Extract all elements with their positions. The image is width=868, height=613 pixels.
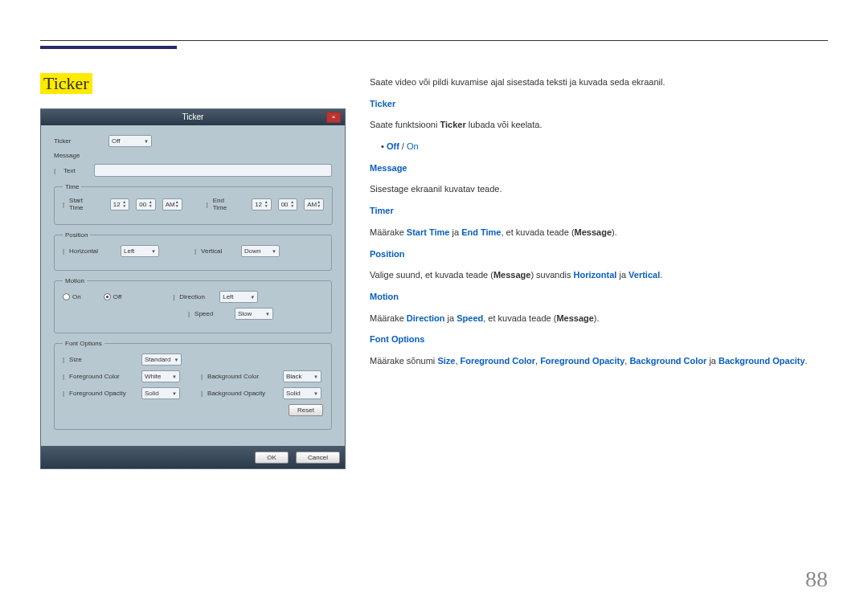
bg-color-label: Background Color (207, 373, 259, 380)
size-label: Size (69, 356, 82, 363)
bg-opacity-label: Background Opacity (207, 390, 265, 397)
text-label: Text (63, 167, 88, 174)
dialog-titlebar: Ticker × (41, 109, 345, 125)
end-ampm-stepper[interactable]: AM▲▼ (304, 198, 324, 210)
stepper-icon: ▲▼ (149, 200, 153, 208)
position-group: Position |Horizontal Left▼ |Vertical Dow… (54, 231, 332, 271)
motion-legend: Motion (63, 277, 87, 284)
heading-motion: Motion (370, 289, 828, 304)
position-legend: Position (63, 231, 90, 239)
fg-color-label: Foreground Color (69, 373, 120, 380)
section-heading: Ticker (40, 73, 92, 94)
chevron-down-icon: ▼ (172, 391, 177, 396)
message-input[interactable] (94, 164, 332, 177)
speed-label: Speed (194, 310, 213, 317)
motion-on-radio[interactable]: On (63, 293, 81, 300)
ticker-select[interactable]: Off▼ (108, 135, 152, 147)
start-time-label: Start Time (69, 197, 92, 211)
motion-group: Motion On Off |Direction Left▼ |Speed Sl… (54, 277, 332, 333)
vertical-select[interactable]: Down▼ (241, 245, 280, 257)
right-column: Saate video või pildi kuvamise ajal sise… (370, 73, 828, 469)
chevron-down-icon: ▼ (174, 358, 178, 362)
start-hour-stepper[interactable]: 12▲▼ (110, 198, 129, 210)
heading-ticker: Ticker (370, 96, 828, 112)
ticker-label: Ticker (54, 137, 102, 145)
end-hour-stepper[interactable]: 12▲▼ (252, 198, 271, 210)
heading-message: Message (370, 161, 828, 176)
cancel-button[interactable]: Cancel (296, 452, 340, 464)
ticker-desc: Saate funktsiooni Ticker lubada või keel… (370, 117, 828, 133)
page-number: 88 (805, 566, 828, 592)
font-legend: Font Options (63, 340, 104, 347)
end-time-label: End Time (213, 197, 234, 211)
stepper-icon: ▲▼ (264, 200, 268, 208)
reset-button[interactable]: Reset (289, 404, 323, 416)
off-on-bullet: • Off / On (370, 139, 828, 154)
start-ampm-stepper[interactable]: AM▲▼ (162, 198, 182, 210)
message-label: Message (54, 152, 102, 159)
intro-text: Saate video või pildi kuvamise ajal sise… (370, 75, 828, 90)
fg-color-select[interactable]: White▼ (141, 370, 180, 382)
bg-color-select[interactable]: Black▼ (283, 370, 321, 382)
horizontal-label: Horizontal (69, 247, 98, 255)
chevron-down-icon: ▼ (250, 295, 255, 300)
fg-opacity-select[interactable]: Solid▼ (141, 387, 180, 399)
stepper-icon: ▲▼ (122, 200, 126, 208)
bg-opacity-select[interactable]: Solid▼ (283, 387, 321, 399)
vertical-label: Vertical (201, 247, 222, 255)
horizontal-select[interactable]: Left▼ (121, 245, 159, 257)
heading-position: Position (370, 247, 828, 262)
radio-icon (63, 293, 70, 300)
heading-font: Font Options (370, 332, 828, 347)
time-group: Time |Start Time 12▲▼ 00▲▼ AM▲▼ |End Tim… (54, 183, 333, 225)
chevron-down-icon: ▼ (151, 249, 156, 254)
message-desc: Sisestage ekraanil kuvatav teade. (370, 182, 828, 197)
stepper-icon: ▲▼ (317, 200, 321, 208)
stepper-icon: ▲▼ (290, 200, 294, 208)
start-min-stepper[interactable]: 00▲▼ (136, 198, 155, 210)
chevron-down-icon: ▼ (272, 249, 276, 254)
size-select[interactable]: Standard▼ (141, 353, 182, 366)
time-legend: Time (63, 183, 81, 190)
chevron-down-icon: ▼ (313, 374, 318, 379)
page: Ticker Ticker × Ticker Off▼ Message |Tex… (0, 0, 868, 613)
chevron-down-icon: ▼ (265, 312, 270, 317)
rule-accent (40, 46, 177, 49)
close-icon[interactable]: × (326, 112, 341, 123)
stepper-icon: ▲▼ (175, 200, 179, 208)
font-group: Font Options |Size Standard▼ |Foreground… (54, 340, 332, 430)
motion-off-radio[interactable]: Off (104, 293, 122, 300)
rule-top (40, 40, 828, 41)
chevron-down-icon: ▼ (172, 374, 177, 379)
timer-desc: Määrake Start Time ja End Time, et kuvad… (370, 225, 828, 240)
end-min-stepper[interactable]: 00▲▼ (278, 198, 297, 210)
direction-select[interactable]: Left▼ (219, 291, 258, 303)
ticker-dialog: Ticker × Ticker Off▼ Message |Text Time … (40, 108, 346, 469)
dialog-title: Ticker (182, 112, 204, 121)
speed-select[interactable]: Slow▼ (235, 308, 273, 320)
position-desc: Valige suund, et kuvada teade (Message) … (370, 268, 828, 283)
chevron-down-icon: ▼ (313, 391, 318, 396)
left-column: Ticker Ticker × Ticker Off▼ Message |Tex… (40, 73, 346, 469)
ok-button[interactable]: OK (255, 452, 289, 464)
radio-icon (104, 293, 111, 300)
fg-opacity-label: Foreground Opacity (69, 390, 126, 397)
heading-timer: Timer (370, 203, 828, 219)
dialog-footer: OK Cancel (41, 446, 345, 468)
motion-desc: Määrake Direction ja Speed, et kuvada te… (370, 311, 828, 326)
font-desc: Määrake sõnumi Size, Foreground Color, F… (370, 353, 828, 369)
direction-label: Direction (179, 293, 205, 300)
chevron-down-icon: ▼ (144, 139, 149, 144)
